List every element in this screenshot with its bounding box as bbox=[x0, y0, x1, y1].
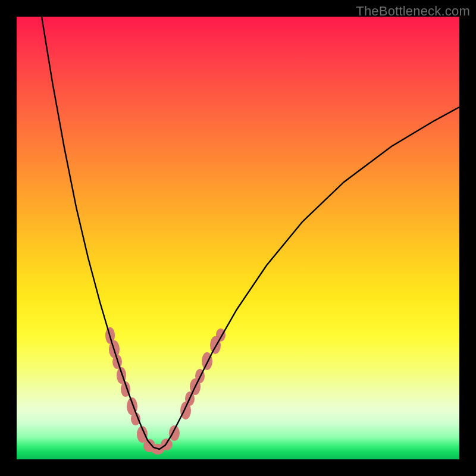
markers-group bbox=[105, 327, 226, 455]
data-point bbox=[169, 425, 180, 441]
chart-svg bbox=[17, 17, 459, 459]
watermark-text: TheBottleneck.com bbox=[356, 4, 470, 19]
plot-area bbox=[17, 17, 459, 459]
bottleneck-curve bbox=[42, 17, 459, 449]
outer-frame: TheBottleneck.com bbox=[0, 0, 476, 476]
